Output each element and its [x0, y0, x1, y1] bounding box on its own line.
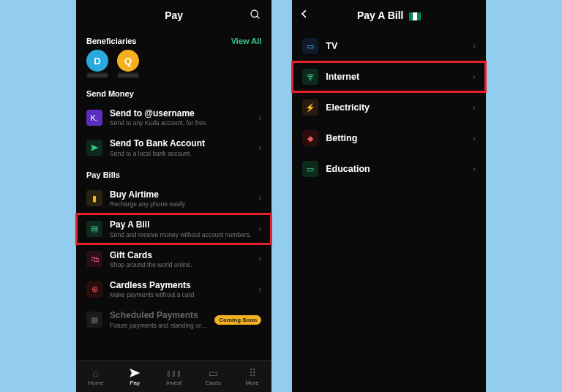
grid-icon: ⠿ — [249, 367, 256, 379]
home-icon: ⌂ — [92, 367, 98, 379]
tab-label: Pay — [130, 380, 140, 386]
tv-icon: ▭ — [302, 38, 318, 54]
avatar-name-redacted — [118, 73, 138, 78]
row-title: TV — [326, 41, 465, 52]
calendar-icon: ▦ — [86, 312, 102, 328]
tab-more[interactable]: ⠿ More — [233, 361, 271, 392]
send-to-username-row[interactable]: K. Send to @username Send to any Kuda ac… — [76, 102, 271, 132]
bottom-tabbar: ⌂ Home Pay ⫾⫾⫾ Invest ▭ Cards ⠿ More — [76, 360, 271, 392]
category-betting-row[interactable]: ◆ Betting › — [292, 123, 486, 154]
chevron-right-icon: › — [473, 164, 476, 174]
avatar-initial: Q — [117, 50, 139, 72]
svg-point-0 — [251, 10, 258, 17]
chevron-right-icon: › — [258, 143, 261, 153]
beneficiary-avatar[interactable]: Q — [117, 50, 139, 78]
cardless-payments-row[interactable]: ⊕ Cardless Payments Make payments withou… — [76, 274, 271, 304]
bolt-icon: ⚡ — [302, 99, 318, 116]
row-title: Buy Airtime — [110, 189, 251, 200]
gift-icon: 🛍 — [86, 251, 102, 267]
category-education-row[interactable]: ▭ Education › — [292, 154, 486, 184]
pay-bills-list: ▮ Buy Airtime Recharge any phone easily.… — [76, 184, 271, 335]
pay-bills-label: Pay Bills — [76, 163, 271, 184]
row-subtitle: Send and receive money without account n… — [110, 231, 251, 238]
category-tv-row[interactable]: ▭ TV › — [292, 31, 486, 61]
row-subtitle: Future payments and standing orders. — [110, 322, 207, 329]
coming-soon-badge: Coming Soon — [214, 315, 261, 325]
send-money-list: K. Send to @username Send to any Kuda ac… — [76, 102, 271, 163]
bill-categories-list: ▭ TV › Internet › ⚡ Electricity › ◆ Bett… — [292, 31, 486, 184]
row-title: Send To Bank Account — [110, 138, 251, 148]
beneficiary-avatar[interactable]: D — [86, 50, 108, 78]
row-title: Send to @username — [110, 108, 251, 118]
chevron-right-icon: › — [473, 102, 476, 113]
row-title: Pay A Bill — [110, 219, 251, 230]
tab-label: More — [245, 380, 258, 386]
header: Pay A Bill — [292, 0, 486, 31]
pay-a-bill-row[interactable]: ▤ Pay A Bill Send and receive money with… — [76, 214, 271, 244]
header: Pay — [76, 0, 271, 31]
avatar-initial: D — [86, 50, 108, 72]
beneficiaries-list: D Q — [76, 50, 271, 82]
category-electricity-row[interactable]: ⚡ Electricity › — [292, 92, 486, 123]
cards-icon: ▭ — [209, 367, 218, 379]
gift-cards-row[interactable]: 🛍 Gift Cards Shop around the world onlin… — [76, 244, 271, 274]
row-subtitle: Send to a local bank account. — [110, 150, 251, 157]
svg-line-1 — [257, 16, 259, 18]
chevron-right-icon: › — [258, 193, 261, 203]
tab-invest[interactable]: ⫾⫾⫾ Invest — [154, 361, 193, 392]
nigeria-flag-icon — [409, 12, 421, 20]
row-title: Electricity — [326, 102, 465, 113]
row-title: Internet — [326, 72, 465, 83]
beneficiaries-label: Beneficiaries — [86, 37, 136, 45]
chevron-right-icon: › — [258, 254, 261, 264]
category-internet-row[interactable]: Internet › — [292, 61, 486, 92]
row-subtitle: Send to any Kuda account, for free. — [110, 119, 251, 127]
chevron-right-icon: › — [473, 41, 476, 51]
k-logo-icon: K. — [86, 110, 102, 126]
send-icon — [86, 140, 102, 156]
send-money-label: Send Money — [76, 82, 271, 102]
pay-a-bill-screen: Pay A Bill ▭ TV › Internet › ⚡ Electrici… — [292, 0, 486, 392]
page-title: Pay A Bill — [357, 10, 421, 21]
send-icon — [129, 367, 140, 379]
scheduled-payments-row: ▦ Scheduled Payments Future payments and… — [76, 304, 271, 334]
chevron-right-icon: › — [473, 133, 476, 143]
phone-icon: ▮ — [86, 190, 102, 206]
wifi-icon — [302, 69, 318, 85]
globe-icon: ⊕ — [86, 282, 102, 298]
row-title: Scheduled Payments — [110, 310, 207, 320]
pay-screen: Pay Beneficiaries View All D Q Send Mone… — [76, 0, 271, 392]
chevron-right-icon: › — [258, 113, 261, 123]
chip-icon: ◆ — [302, 130, 318, 146]
chart-icon: ⫾⫾⫾ — [166, 367, 181, 379]
tab-label: Cards — [205, 380, 220, 386]
row-title: Gift Cards — [110, 250, 251, 260]
tab-cards[interactable]: ▭ Cards — [193, 361, 232, 392]
chevron-right-icon: › — [258, 284, 261, 295]
chevron-right-icon: › — [258, 224, 261, 234]
bill-icon: ▤ — [86, 221, 102, 237]
tab-pay[interactable]: Pay — [115, 361, 154, 392]
search-icon[interactable] — [250, 9, 261, 20]
buy-airtime-row[interactable]: ▮ Buy Airtime Recharge any phone easily.… — [76, 184, 271, 214]
avatar-name-redacted — [87, 73, 108, 78]
page-title: Pay — [165, 10, 183, 21]
tab-home[interactable]: ⌂ Home — [76, 361, 115, 392]
row-subtitle: Recharge any phone easily. — [110, 200, 251, 208]
row-title: Education — [326, 164, 465, 175]
back-icon[interactable] — [299, 9, 310, 19]
view-all-link[interactable]: View All — [231, 37, 262, 45]
row-subtitle: Shop around the world online. — [110, 261, 251, 268]
row-subtitle: Make payments without a card — [110, 291, 251, 298]
row-title: Cardless Payments — [110, 280, 251, 290]
svg-point-2 — [310, 80, 311, 80]
tab-label: Invest — [166, 380, 181, 386]
chevron-right-icon: › — [473, 72, 476, 82]
send-to-bank-row[interactable]: Send To Bank Account Send to a local ban… — [76, 132, 271, 162]
tab-label: Home — [88, 380, 103, 386]
beneficiaries-header: Beneficiaries View All — [76, 31, 271, 50]
row-title: Betting — [326, 133, 465, 144]
book-icon: ▭ — [302, 161, 318, 177]
